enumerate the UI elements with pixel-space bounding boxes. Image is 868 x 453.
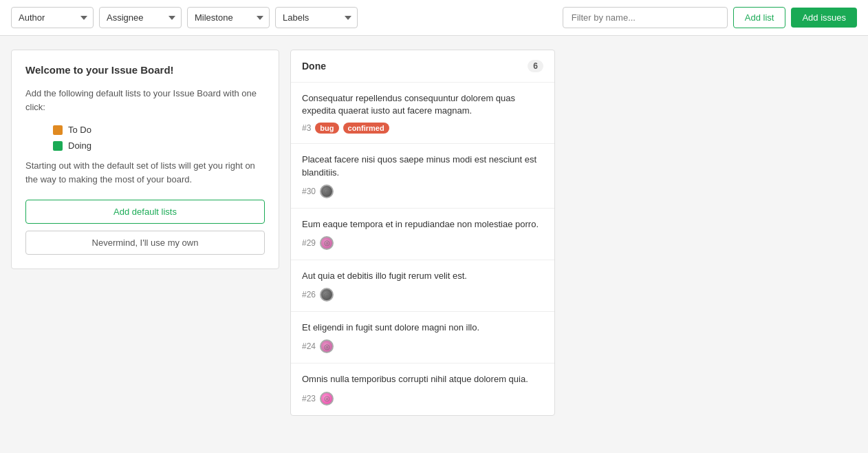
issue-title: Aut quia et debitis illo fugit rerum vel… bbox=[302, 270, 543, 282]
issue-number: #30 bbox=[302, 187, 316, 196]
list-item-todo: To Do bbox=[53, 125, 265, 135]
doing-color-dot bbox=[53, 141, 63, 151]
done-column-count: 6 bbox=[528, 60, 543, 72]
done-column: Done 6 Consequatur repellendus consequun… bbox=[290, 50, 555, 416]
avatar-icon: ◎ bbox=[320, 339, 334, 353]
board: Welcome to your Issue Board! Add the fol… bbox=[0, 36, 868, 447]
label-badge-bug: bug bbox=[315, 123, 338, 134]
issue-meta: #23◎ bbox=[302, 392, 543, 405]
assignee-filter[interactable]: Assignee bbox=[99, 7, 182, 28]
todo-color-dot bbox=[53, 125, 63, 135]
avatar-icon: ◎ bbox=[320, 185, 334, 198]
avatar-icon: ◎ bbox=[320, 392, 334, 405]
add-default-lists-button[interactable]: Add default lists bbox=[25, 200, 265, 224]
starting-text: Starting out with the default set of lis… bbox=[25, 159, 265, 186]
doing-label: Doing bbox=[68, 140, 91, 151]
issue-number: #29 bbox=[302, 238, 316, 248]
filter-input[interactable] bbox=[563, 7, 728, 28]
nevermind-button[interactable]: Nevermind, I'll use my own bbox=[25, 231, 265, 255]
add-list-button[interactable]: Add list bbox=[733, 7, 786, 28]
issue-list: Consequatur repellendus consequuntur dol… bbox=[291, 83, 554, 415]
issue-number: #23 bbox=[302, 394, 316, 403]
issue-number: #3 bbox=[302, 123, 311, 133]
author-filter[interactable]: Author bbox=[11, 7, 94, 28]
toolbar: Author Assignee Milestone Labels Add lis… bbox=[0, 0, 868, 36]
welcome-panel: Welcome to your Issue Board! Add the fol… bbox=[11, 50, 279, 269]
issue-card[interactable]: Omnis nulla temporibus corrupti nihil at… bbox=[291, 364, 554, 414]
issue-card[interactable]: Aut quia et debitis illo fugit rerum vel… bbox=[291, 260, 554, 312]
issue-card[interactable]: Eum eaque tempora et in repudiandae non … bbox=[291, 209, 554, 260]
welcome-title: Welcome to your Issue Board! bbox=[25, 64, 265, 76]
avatar-icon: ◎ bbox=[320, 288, 334, 302]
list-item-doing: Doing bbox=[53, 140, 265, 151]
issue-title: Omnis nulla temporibus corrupti nihil at… bbox=[302, 373, 543, 386]
done-column-header: Done 6 bbox=[291, 50, 554, 83]
label-badge-confirmed: confirmed bbox=[343, 123, 389, 134]
add-issues-button[interactable]: Add issues bbox=[791, 8, 857, 28]
issue-title: Placeat facere nisi quos saepe minus mod… bbox=[302, 154, 543, 178]
issue-meta: #29◎ bbox=[302, 236, 543, 250]
issue-card[interactable]: Et eligendi in fugit sunt dolore magni n… bbox=[291, 312, 554, 364]
avatar-icon: ◎ bbox=[320, 236, 334, 250]
issue-number: #24 bbox=[302, 341, 316, 351]
labels-filter[interactable]: Labels bbox=[275, 7, 358, 28]
issue-title: Eum eaque tempora et in repudiandae non … bbox=[302, 218, 543, 231]
milestone-filter[interactable]: Milestone bbox=[187, 7, 270, 28]
issue-title: Et eligendi in fugit sunt dolore magni n… bbox=[302, 322, 543, 334]
issue-card[interactable]: Placeat facere nisi quos saepe minus mod… bbox=[291, 144, 554, 208]
issue-number: #26 bbox=[302, 290, 316, 299]
todo-label: To Do bbox=[68, 125, 91, 135]
welcome-description: Add the following default lists to your … bbox=[25, 87, 265, 114]
issue-card[interactable]: Consequatur repellendus consequuntur dol… bbox=[291, 83, 554, 144]
issue-title: Consequatur repellendus consequuntur dol… bbox=[302, 92, 543, 117]
default-list-items: To Do Doing bbox=[53, 125, 265, 151]
issue-meta: #3bugconfirmed bbox=[302, 123, 543, 134]
done-column-title: Done bbox=[302, 61, 521, 72]
issue-meta: #24◎ bbox=[302, 339, 543, 353]
issue-meta: #30◎ bbox=[302, 185, 543, 198]
issue-meta: #26◎ bbox=[302, 288, 543, 302]
